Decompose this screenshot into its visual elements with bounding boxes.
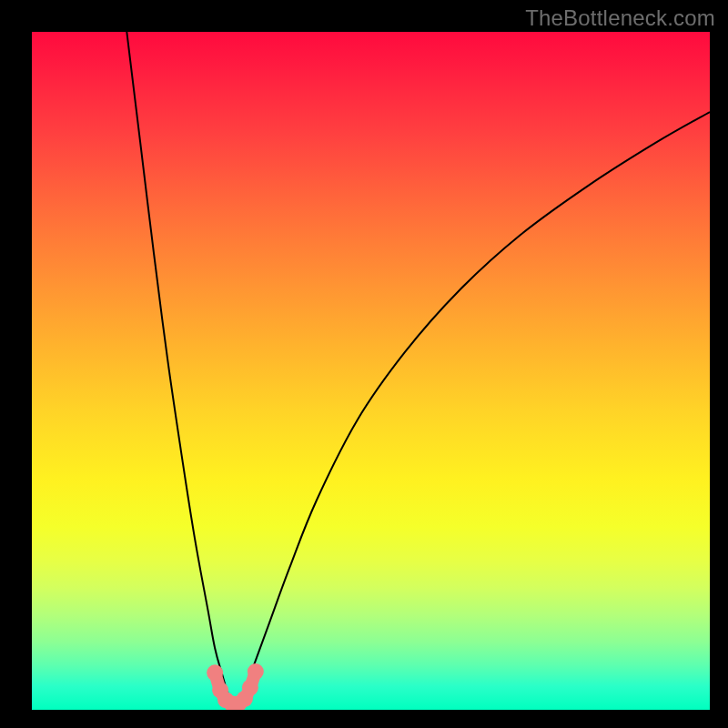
curve-left-branch	[126, 32, 235, 703]
valley-dot	[207, 664, 223, 681]
watermark-text: TheBottleneck.com	[525, 5, 715, 31]
plot-area	[32, 32, 710, 710]
outer-frame: TheBottleneck.com	[0, 0, 728, 728]
curve-right-branch	[236, 112, 711, 703]
valley-dot	[248, 663, 264, 680]
valley-dot	[242, 680, 258, 696]
bottleneck-curve	[32, 32, 710, 710]
